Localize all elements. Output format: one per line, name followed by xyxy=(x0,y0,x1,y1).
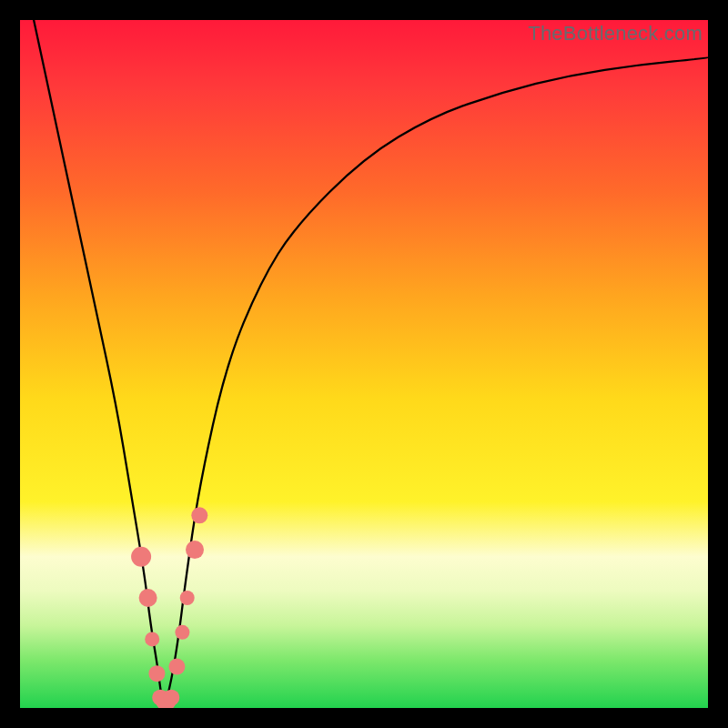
chart-frame: TheBottleneck.com xyxy=(0,0,728,728)
highlighted-point xyxy=(186,541,204,559)
highlighted-point xyxy=(148,665,165,682)
highlighted-point xyxy=(139,589,157,607)
chart-overlay xyxy=(20,20,708,708)
highlighted-point xyxy=(145,632,159,646)
highlighted-points-group xyxy=(131,507,207,708)
highlighted-point xyxy=(180,591,195,605)
highlighted-point xyxy=(191,507,207,523)
highlighted-point xyxy=(168,659,185,675)
bottleneck-curve-line xyxy=(34,20,708,703)
chart-plot-area: TheBottleneck.com xyxy=(20,20,708,708)
highlighted-point xyxy=(163,690,179,706)
highlighted-point xyxy=(175,625,189,640)
highlighted-point xyxy=(131,547,151,567)
